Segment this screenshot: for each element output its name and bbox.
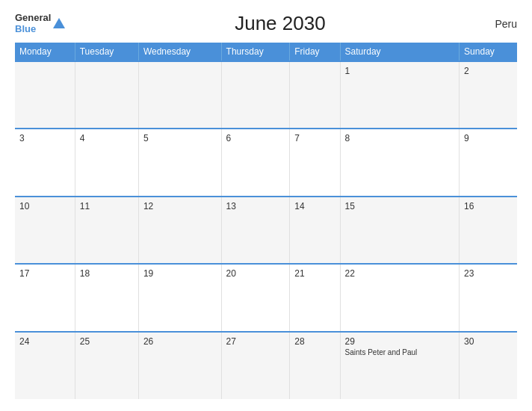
day-number: 11 bbox=[80, 201, 134, 211]
weekday-header: Monday bbox=[15, 43, 75, 61]
day-number: 10 bbox=[19, 201, 70, 211]
day-number: 18 bbox=[80, 268, 134, 279]
day-number: 5 bbox=[143, 133, 217, 143]
calendar-cell: 17 bbox=[15, 264, 75, 331]
calendar-cell: 27 bbox=[221, 332, 290, 399]
calendar-cell: 7 bbox=[290, 129, 340, 196]
day-number: 23 bbox=[464, 268, 513, 279]
calendar-cell bbox=[221, 61, 290, 129]
calendar-cell: 23 bbox=[460, 264, 517, 331]
calendar-cell: 6 bbox=[221, 129, 290, 196]
day-number: 22 bbox=[345, 268, 455, 279]
calendar-cell: 24 bbox=[15, 332, 75, 399]
calendar-cell: 10 bbox=[15, 197, 75, 264]
day-number: 30 bbox=[464, 336, 513, 347]
calendar-cell: 3 bbox=[15, 129, 75, 196]
calendar-table: MondayTuesdayWednesdayThursdayFridaySatu… bbox=[15, 43, 517, 399]
calendar-cell: 16 bbox=[460, 197, 517, 264]
calendar-cell: 19 bbox=[138, 264, 221, 331]
day-number: 25 bbox=[80, 336, 134, 347]
calendar-cell: 29Saints Peter and Paul bbox=[340, 332, 460, 399]
weekday-header: Sunday bbox=[460, 43, 517, 61]
weekday-header: Friday bbox=[290, 43, 340, 61]
calendar-container: MondayTuesdayWednesdayThursdayFridaySatu… bbox=[15, 43, 517, 399]
country-label: Peru bbox=[495, 18, 517, 30]
calendar-week-row: 17181920212223 bbox=[15, 264, 517, 331]
day-number: 20 bbox=[226, 268, 285, 279]
calendar-cell: 30 bbox=[460, 332, 517, 399]
calendar-cell: 4 bbox=[75, 129, 138, 196]
calendar-cell: 13 bbox=[221, 197, 290, 264]
day-number: 14 bbox=[294, 201, 335, 211]
calendar-cell bbox=[290, 61, 340, 129]
calendar-event: Saints Peter and Paul bbox=[345, 348, 455, 356]
day-number: 17 bbox=[19, 268, 70, 279]
calendar-cell: 5 bbox=[138, 129, 221, 196]
logo-triangle-icon bbox=[53, 18, 65, 28]
day-number: 26 bbox=[143, 336, 217, 347]
day-number: 7 bbox=[294, 133, 335, 143]
calendar-cell: 26 bbox=[138, 332, 221, 399]
day-number: 3 bbox=[19, 133, 70, 143]
header: General Blue June 2030 Peru bbox=[15, 12, 517, 35]
day-number: 4 bbox=[80, 133, 134, 143]
day-number: 12 bbox=[143, 201, 217, 211]
calendar-cell: 28 bbox=[290, 332, 340, 399]
calendar-cell: 25 bbox=[75, 332, 138, 399]
day-number: 1 bbox=[345, 66, 455, 76]
calendar-cell: 15 bbox=[340, 197, 460, 264]
day-number: 29 bbox=[345, 336, 455, 347]
calendar-cell: 22 bbox=[340, 264, 460, 331]
calendar-cell: 18 bbox=[75, 264, 138, 331]
calendar-cell bbox=[15, 61, 75, 129]
calendar-week-row: 12 bbox=[15, 61, 517, 129]
day-number: 28 bbox=[294, 336, 335, 347]
day-number: 21 bbox=[294, 268, 335, 279]
day-number: 8 bbox=[345, 133, 455, 143]
day-number: 9 bbox=[464, 133, 513, 143]
logo-general-text: General bbox=[15, 13, 51, 23]
calendar-cell: 9 bbox=[460, 129, 517, 196]
calendar-cell bbox=[138, 61, 221, 129]
calendar-cell: 14 bbox=[290, 197, 340, 264]
calendar-week-row: 3456789 bbox=[15, 129, 517, 196]
day-number: 6 bbox=[226, 133, 285, 143]
logo: General Blue bbox=[15, 13, 65, 34]
weekday-header: Tuesday bbox=[75, 43, 138, 61]
day-number: 15 bbox=[345, 201, 455, 211]
calendar-cell: 12 bbox=[138, 197, 221, 264]
weekday-header: Wednesday bbox=[138, 43, 221, 61]
day-number: 2 bbox=[464, 66, 513, 76]
calendar-cell: 20 bbox=[221, 264, 290, 331]
calendar-week-row: 10111213141516 bbox=[15, 197, 517, 264]
day-number: 27 bbox=[226, 336, 285, 347]
calendar-cell bbox=[75, 61, 138, 129]
day-number: 24 bbox=[19, 336, 70, 347]
calendar-cell: 8 bbox=[340, 129, 460, 196]
day-number: 13 bbox=[226, 201, 285, 211]
weekday-header: Saturday bbox=[340, 43, 460, 61]
day-number: 19 bbox=[143, 268, 217, 279]
calendar-title: June 2030 bbox=[65, 12, 495, 35]
page: General Blue June 2030 Peru MondayTuesda… bbox=[0, 0, 532, 411]
logo-blue-text: Blue bbox=[15, 24, 51, 34]
calendar-header: MondayTuesdayWednesdayThursdayFridaySatu… bbox=[15, 43, 517, 61]
day-number: 16 bbox=[464, 201, 513, 211]
calendar-cell: 21 bbox=[290, 264, 340, 331]
calendar-week-row: 242526272829Saints Peter and Paul30 bbox=[15, 332, 517, 399]
calendar-cell: 2 bbox=[460, 61, 517, 129]
calendar-cell: 11 bbox=[75, 197, 138, 264]
calendar-cell: 1 bbox=[340, 61, 460, 129]
weekday-header: Thursday bbox=[221, 43, 290, 61]
